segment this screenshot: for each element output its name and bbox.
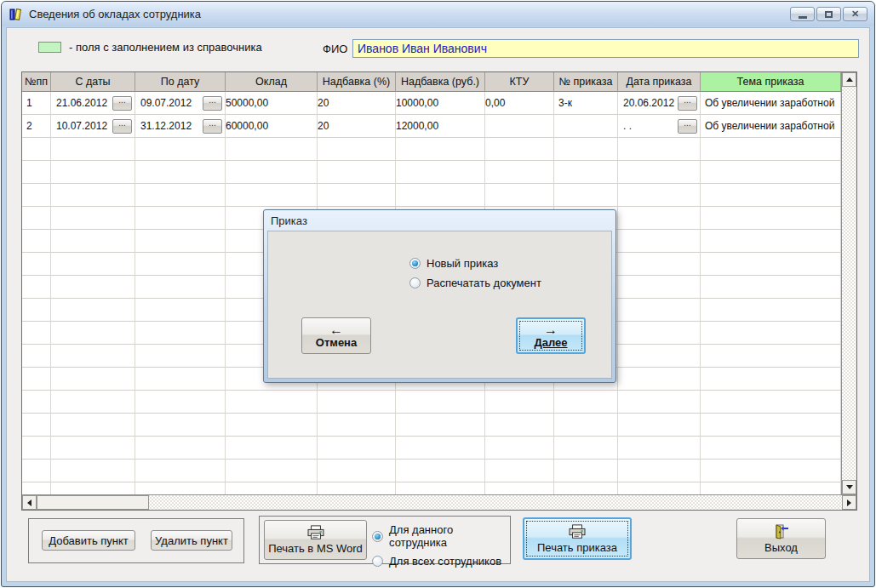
radio-button-icon[interactable]	[409, 277, 421, 288]
table-cell[interactable]	[701, 253, 841, 276]
table-cell[interactable]	[396, 138, 485, 161]
table-cell[interactable]	[618, 276, 701, 299]
table-cell[interactable]	[22, 230, 51, 253]
table-cell[interactable]	[618, 437, 701, 460]
table-cell[interactable]	[618, 161, 701, 184]
table-cell[interactable]	[701, 391, 841, 414]
table-cell[interactable]	[51, 460, 135, 482]
table-cell[interactable]	[701, 230, 841, 253]
table-cell[interactable]	[22, 368, 51, 391]
table-cell[interactable]	[51, 253, 135, 276]
date-picker-button[interactable]: ...	[203, 96, 222, 111]
table-cell[interactable]	[51, 161, 135, 184]
table-cell[interactable]	[318, 460, 396, 482]
table-cell[interactable]	[135, 345, 226, 368]
scroll-right-button[interactable]	[842, 495, 856, 510]
table-cell[interactable]	[618, 253, 701, 276]
table-cell[interactable]	[618, 230, 701, 253]
header-cell[interactable]: Надбавка (%)	[318, 72, 396, 92]
table-cell[interactable]	[226, 138, 318, 161]
table-cell[interactable]: 1	[22, 92, 51, 115]
table-cell[interactable]: 0,00	[485, 92, 554, 115]
table-cell[interactable]	[135, 276, 226, 299]
print-word-button[interactable]: Печать в MS Word	[264, 520, 367, 560]
order-type-option[interactable]: Распечатать документ	[409, 277, 541, 289]
print-order-button[interactable]: Печать приказа	[523, 517, 632, 560]
table-cell[interactable]	[396, 460, 485, 482]
table-cell[interactable]	[226, 460, 318, 482]
table-cell[interactable]	[51, 230, 135, 253]
header-cell[interactable]: КТУ	[485, 72, 554, 92]
table-cell[interactable]	[618, 460, 701, 482]
add-row-button[interactable]: Добавить пункт	[42, 530, 135, 551]
table-cell[interactable]	[226, 482, 318, 494]
table-cell[interactable]	[701, 437, 841, 460]
table-cell[interactable]	[485, 184, 554, 207]
table-cell[interactable]	[51, 437, 135, 460]
table-cell[interactable]	[485, 138, 554, 161]
table-cell[interactable]	[51, 345, 135, 368]
table-cell[interactable]	[51, 414, 135, 437]
table-cell[interactable]	[135, 161, 226, 184]
print-scope-option[interactable]: Для данного сотрудника	[372, 523, 510, 549]
table-cell[interactable]: . ....	[618, 115, 701, 138]
date-picker-button[interactable]: ...	[203, 119, 222, 134]
table-cell[interactable]	[226, 414, 318, 437]
table-cell[interactable]	[618, 207, 701, 230]
table-cell[interactable]	[618, 184, 701, 207]
table-cell[interactable]	[318, 391, 396, 414]
table-cell[interactable]	[318, 414, 396, 437]
table-cell[interactable]	[554, 482, 618, 494]
table-cell[interactable]	[135, 184, 226, 207]
close-button[interactable]: ✕	[843, 7, 867, 21]
table-cell[interactable]	[701, 368, 841, 391]
table-cell[interactable]	[318, 482, 396, 494]
table-cell[interactable]	[396, 437, 485, 460]
table-cell[interactable]	[22, 138, 51, 161]
table-cell[interactable]	[618, 138, 701, 161]
table-cell[interactable]	[22, 482, 51, 494]
table-cell[interactable]	[701, 299, 841, 322]
next-button[interactable]: → Далее	[516, 317, 586, 354]
table-cell[interactable]	[701, 322, 841, 345]
table-cell[interactable]	[51, 482, 135, 494]
table-cell[interactable]	[22, 184, 51, 207]
cancel-button[interactable]: ← Отмена	[301, 317, 371, 354]
table-cell[interactable]	[22, 437, 51, 460]
header-cell[interactable]: С даты	[51, 72, 135, 92]
table-cell[interactable]	[318, 184, 396, 207]
table-cell[interactable]	[485, 391, 554, 414]
table-cell[interactable]	[701, 184, 841, 207]
date-picker-button[interactable]: ...	[678, 119, 697, 134]
vertical-scrollbar[interactable]	[841, 72, 856, 494]
table-cell[interactable]	[51, 391, 135, 414]
header-cell[interactable]: Тема приказа	[701, 72, 841, 92]
table-cell[interactable]: 21.06.2012...	[51, 92, 135, 115]
horizontal-scroll-thumb[interactable]	[37, 495, 149, 510]
table-cell[interactable]	[135, 207, 226, 230]
table-cell[interactable]	[226, 161, 318, 184]
table-cell[interactable]: 12000,00	[396, 115, 485, 138]
exit-button[interactable]: Выход	[736, 518, 826, 559]
table-cell[interactable]	[554, 161, 618, 184]
date-picker-button[interactable]: ...	[112, 96, 132, 111]
table-cell[interactable]	[618, 391, 701, 414]
radio-button-icon[interactable]	[372, 556, 383, 567]
table-cell[interactable]	[135, 368, 226, 391]
table-cell[interactable]	[135, 414, 226, 437]
date-picker-button[interactable]: ...	[112, 119, 132, 134]
order-type-option[interactable]: Новый приказ	[409, 257, 541, 270]
table-cell[interactable]	[22, 322, 51, 345]
header-cell[interactable]: Дата приказа	[618, 72, 701, 92]
table-cell[interactable]	[618, 414, 701, 437]
table-cell[interactable]	[701, 414, 841, 437]
table-cell[interactable]	[51, 276, 135, 299]
table-cell[interactable]	[396, 161, 485, 184]
table-cell[interactable]	[485, 161, 554, 184]
table-cell[interactable]	[226, 437, 318, 460]
table-cell[interactable]	[554, 414, 618, 437]
table-cell[interactable]	[701, 207, 841, 230]
table-cell[interactable]: Об увеличении заработной	[701, 92, 841, 115]
table-cell[interactable]	[396, 391, 485, 414]
table-cell[interactable]	[22, 253, 51, 276]
